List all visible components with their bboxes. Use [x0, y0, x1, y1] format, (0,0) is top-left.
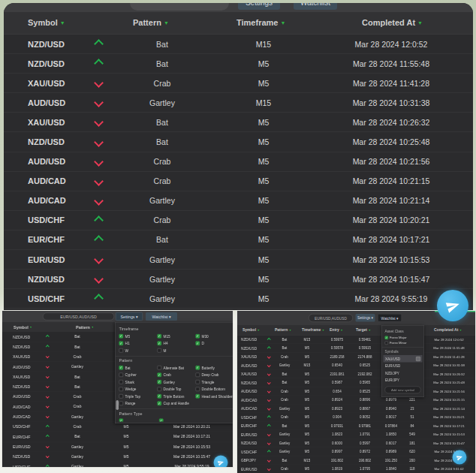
table-row[interactable]: AUD/USDGartleyM15Mar 28 2024 10:31:38: [4, 93, 473, 113]
column-header-pattern[interactable]: Pattern▼: [275, 325, 291, 335]
checkbox-h1[interactable]: ✓H1: [119, 341, 158, 346]
column-header-pattern[interactable]: Pattern▼: [133, 12, 169, 34]
table-row[interactable]: AUD/CADCrabM50.89240.88960.8979221Mar 28…: [237, 396, 476, 405]
thumb-right-settings-button[interactable]: Settings ▾: [356, 314, 375, 322]
table-row[interactable]: EUR/USDGartleyM5Mar 28 2024 10:15:53: [4, 250, 473, 270]
column-header-completed-at[interactable]: Completed At▼: [362, 12, 423, 34]
table-row[interactable]: NZD/USDBatM5Mar 28 2024 11:55:48: [4, 54, 473, 74]
thumb-left-search-input[interactable]: EUR/USD,AUD/USD: [43, 313, 114, 321]
table-row[interactable]: NZD/USDGartleyM5Mar 28 2024 10:15:47: [2, 452, 233, 462]
checkbox-triple-top[interactable]: Triple Top: [119, 394, 158, 399]
table-row[interactable]: AUD/USDCrabM50.6540.65250.6560151Mar 28 …: [237, 387, 476, 396]
checkbox-double-bottom[interactable]: Double Bottom: [196, 387, 234, 392]
table-row[interactable]: AUD/USDGartleyM150.65400.65250.6560152Ma…: [237, 361, 476, 370]
watchlist-symbol-item[interactable]: NZD/JPY: [384, 369, 423, 377]
checkbox-label: Shark: [125, 380, 134, 384]
watchlist-symbol-item[interactable]: EUR/USD: [384, 363, 423, 370]
table-row[interactable]: NZD/USDBatM15Mar 28 2024 12:0:52: [4, 35, 473, 54]
column-header-timeframe[interactable]: Timeframe▼: [302, 325, 324, 335]
checkbox-forex-major[interactable]: ✓Forex Major: [385, 335, 421, 340]
table-row[interactable]: EUR/CHFBatM5Mar 28 2024 10:17:21: [4, 230, 473, 250]
table-row[interactable]: EUR/CHFBatM50.979310.979810.9786484Mar 2…: [237, 422, 476, 431]
checkbox-h4[interactable]: ✓H4: [158, 341, 196, 346]
checkbox-range[interactable]: Range: [119, 401, 158, 406]
table-row[interactable]: AUD/USDCrabM5Mar 28 2024 10:21:56: [4, 152, 473, 172]
table-row[interactable]: NZD/USDBatM5Mar 28 2024 10:25:48: [4, 132, 473, 152]
table-row[interactable]: EUR/USDGartleyM51.08231.07911.0850549Mar…: [237, 430, 476, 439]
thumb-left-watchlist-button[interactable]: Watchlist ▾: [146, 312, 177, 321]
watchlist-symbol-item[interactable]: EUR/JPY: [384, 377, 423, 384]
table-row[interactable]: EUR/USDCrabM51.08191.07951.0840118Mar 28…: [237, 465, 476, 473]
checkbox-shark[interactable]: Shark: [119, 380, 158, 385]
checkbox-box: ✓: [119, 419, 124, 422]
filter-triangle-icon[interactable]: ▼: [417, 20, 423, 26]
checkbox-alternate-bat[interactable]: Alternate Bat: [158, 366, 196, 371]
filter-triangle-icon[interactable]: ▼: [280, 20, 285, 26]
table-row[interactable]: NZD/USDBatM50.595780.599150.5946188Mar 2…: [237, 344, 476, 353]
table-row[interactable]: NZD/USDGartleyM50.60000.59970.6017181Mar…: [237, 439, 476, 448]
table-row[interactable]: USD/CHFCrabM50.9040.90520.901751Mar 28 2…: [237, 413, 476, 422]
checkbox-m[interactable]: M: [158, 348, 196, 354]
pattern-type-checkbox[interactable]: ✓: [159, 418, 164, 422]
column-header-pattern[interactable]: Pattern▼: [76, 322, 94, 333]
table-row[interactable]: XAU/USDCrabM52189.1582174.8882191.358143…: [237, 353, 476, 362]
column-header-target[interactable]: Target▼: [356, 325, 371, 335]
symbol-search-input[interactable]: [130, 3, 229, 11]
telegram-fab[interactable]: [437, 290, 468, 321]
table-row[interactable]: USD/CHFCrabM5Mar 28 2024 10:20:21: [4, 211, 473, 230]
column-header-timeframe[interactable]: Timeframe▼: [236, 12, 285, 34]
checkbox-triangle[interactable]: Triangle: [196, 380, 234, 385]
thumb-right-watchlist-button[interactable]: Watchlist ▾: [378, 314, 402, 322]
table-row[interactable]: AUD/CADCrabM5Mar 28 2024 10:21:15: [4, 172, 473, 191]
scrollbar-thumb[interactable]: [116, 400, 119, 410]
checkbox-d[interactable]: ✓D: [196, 341, 230, 346]
table-row[interactable]: EUR/CHFBatM5Mar 28 2024 10:17:21: [2, 432, 233, 441]
watchlist-symbol-item[interactable]: XAU/USD: [384, 355, 423, 363]
checkbox-butterfly[interactable]: ✓Butterfly: [196, 366, 234, 371]
delete-symbol-icon[interactable]: [416, 357, 420, 361]
checkbox-m30[interactable]: ✓M30: [196, 334, 230, 339]
table-row[interactable]: USD/CHFGartleyM50.89970.89720.8989620Mar…: [237, 447, 476, 456]
checkbox-head-and-shoulders[interactable]: ✓Head and Shoulders: [196, 394, 234, 399]
column-header-entry[interactable]: Entry▼: [330, 325, 343, 335]
table-row[interactable]: XAU/USDBatM52191.0812192.0822193.580249M…: [237, 370, 476, 379]
checkbox-bat[interactable]: ✓Bat: [119, 366, 158, 371]
checkbox-triple-bottom[interactable]: ✓Triple Bottom: [158, 394, 196, 399]
filter-triangle-icon[interactable]: ▼: [164, 20, 169, 26]
table-row[interactable]: NZD/USDGartleyM5Mar 28 2024 10:15:47: [4, 270, 473, 289]
table-row[interactable]: USD/CHFGartleyM5Mar 28 2024 9:55:19: [2, 462, 233, 468]
table-row[interactable]: NZD/USDBatM50.59870.59650.5997217Mar 28 …: [237, 378, 476, 387]
table-row[interactable]: AUD/CADGartleyM5Mar 28 2024 10:21:14: [4, 191, 473, 211]
table-row[interactable]: XAU/USDCrabM5Mar 28 2024 11:41:28: [4, 74, 473, 93]
column-header-completed-at[interactable]: Completed At▼: [434, 325, 462, 335]
checkbox-deep-crab[interactable]: Deep Crab: [196, 372, 234, 378]
column-header-symbol[interactable]: Symbol▼: [14, 322, 32, 333]
table-row[interactable]: NZD/USDBatM150.599750.594610.59899300Mar…: [237, 336, 476, 345]
thumb-right-telegram-fab[interactable]: [453, 450, 467, 465]
settings-button[interactable]: Settings: [238, 3, 280, 10]
checkbox-gartley[interactable]: ✓Gartley: [158, 380, 196, 385]
pattern-type-checkbox[interactable]: ✓: [119, 418, 124, 422]
thumb-left-telegram-fab[interactable]: [214, 456, 228, 468]
table-row[interactable]: XAU/USDBatM5Mar 28 2024 10:26:32: [4, 113, 473, 132]
thumb-left-settings-button[interactable]: Settings ▾: [116, 312, 143, 321]
checkbox-w[interactable]: W: [119, 348, 158, 354]
checkbox-m15[interactable]: ✓M15: [158, 334, 196, 339]
add-symbol-input[interactable]: Add new symbol: [385, 387, 421, 394]
column-header-symbol[interactable]: Symbol▼: [28, 12, 65, 34]
checkbox-cup-and-handle[interactable]: ✓Cup and Handle: [158, 401, 196, 406]
table-row[interactable]: AUD/CADGartleyM50.89230.88670.894023Mar …: [237, 405, 476, 414]
table-row[interactable]: EUR/USDGartleyM5Mar 28 2024 10:15:53: [2, 441, 233, 451]
checkbox-cypher[interactable]: Cypher: [119, 372, 158, 378]
filter-triangle-icon[interactable]: ▼: [60, 20, 65, 26]
checkbox-forex-minor[interactable]: Forex Minor: [385, 340, 421, 345]
table-row[interactable]: GBP/JPYBatM15191.802190.802191.250200Mar…: [237, 456, 476, 465]
checkbox-double-top[interactable]: Double Top: [158, 387, 196, 392]
checkbox-crab[interactable]: ✓Crab: [158, 372, 196, 378]
watchlist-button[interactable]: Watchlist: [294, 3, 337, 10]
thumb-right-search-input[interactable]: EUR/USD,AUDUSD: [309, 314, 353, 322]
checkbox-m5[interactable]: ✓M5: [119, 334, 158, 339]
column-header-symbol[interactable]: Symbol▼: [243, 325, 260, 335]
checkbox-wedge[interactable]: Wedge: [119, 387, 158, 392]
table-row[interactable]: USD/CHFGartleyM5Mar 28 2024 9:55:19: [4, 289, 473, 309]
